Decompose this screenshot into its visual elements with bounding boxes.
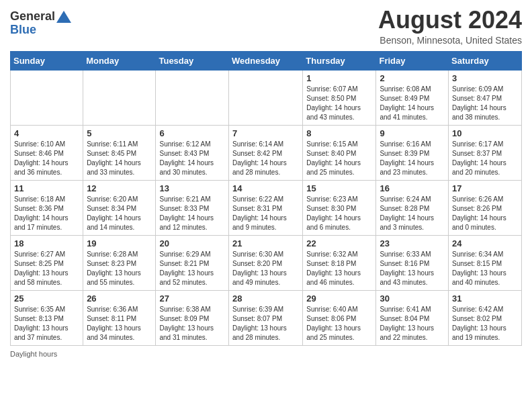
day-info: Sunrise: 6:14 AMSunset: 8:42 PMDaylight:… bbox=[232, 140, 299, 177]
day-info: Sunrise: 6:33 AMSunset: 8:16 PMDaylight:… bbox=[380, 250, 445, 287]
day-number: 11 bbox=[14, 183, 79, 193]
calendar-cell: 12Sunrise: 6:20 AMSunset: 8:34 PMDayligh… bbox=[83, 180, 156, 235]
col-header-saturday: Saturday bbox=[449, 51, 522, 70]
calendar-cell: 28Sunrise: 6:39 AMSunset: 8:07 PMDayligh… bbox=[229, 290, 303, 345]
day-number: 18 bbox=[14, 238, 79, 248]
day-info: Sunrise: 6:40 AMSunset: 8:06 PMDaylight:… bbox=[306, 305, 372, 342]
day-info: Sunrise: 6:08 AMSunset: 8:49 PMDaylight:… bbox=[380, 85, 445, 122]
calendar-cell: 22Sunrise: 6:32 AMSunset: 8:18 PMDayligh… bbox=[303, 235, 376, 290]
day-info: Sunrise: 6:23 AMSunset: 8:30 PMDaylight:… bbox=[306, 195, 372, 232]
day-number: 19 bbox=[87, 238, 152, 248]
logo-blue-text: Blue bbox=[10, 24, 36, 37]
col-header-tuesday: Tuesday bbox=[156, 51, 229, 70]
header: General Blue August 2024 Benson, Minneso… bbox=[10, 7, 522, 46]
day-info: Sunrise: 6:42 AMSunset: 8:02 PMDaylight:… bbox=[452, 305, 518, 342]
day-info: Sunrise: 6:32 AMSunset: 8:18 PMDaylight:… bbox=[306, 250, 372, 287]
calendar-cell: 20Sunrise: 6:29 AMSunset: 8:21 PMDayligh… bbox=[156, 235, 229, 290]
calendar-cell bbox=[229, 70, 303, 125]
day-number: 29 bbox=[306, 293, 372, 304]
day-info: Sunrise: 6:28 AMSunset: 8:23 PMDaylight:… bbox=[87, 250, 152, 287]
calendar-cell: 17Sunrise: 6:26 AMSunset: 8:26 PMDayligh… bbox=[449, 180, 522, 235]
calendar-cell: 6Sunrise: 6:12 AMSunset: 8:43 PMDaylight… bbox=[156, 125, 229, 180]
day-info: Sunrise: 6:35 AMSunset: 8:13 PMDaylight:… bbox=[14, 305, 79, 342]
calendar-cell bbox=[83, 70, 156, 125]
calendar-cell: 26Sunrise: 6:36 AMSunset: 8:11 PMDayligh… bbox=[83, 290, 156, 345]
day-number: 30 bbox=[380, 293, 445, 304]
day-number: 12 bbox=[87, 183, 152, 193]
calendar-cell: 4Sunrise: 6:10 AMSunset: 8:46 PMDaylight… bbox=[11, 125, 83, 180]
day-info: Sunrise: 6:26 AMSunset: 8:26 PMDaylight:… bbox=[452, 195, 518, 232]
day-number: 17 bbox=[452, 183, 518, 193]
day-number: 3 bbox=[452, 73, 518, 83]
day-number: 21 bbox=[232, 238, 299, 248]
day-info: Sunrise: 6:17 AMSunset: 8:37 PMDaylight:… bbox=[452, 140, 518, 177]
day-number: 4 bbox=[14, 128, 79, 138]
calendar-week-4: 18Sunrise: 6:27 AMSunset: 8:25 PMDayligh… bbox=[11, 235, 522, 290]
calendar-cell bbox=[156, 70, 229, 125]
day-info: Sunrise: 6:16 AMSunset: 8:39 PMDaylight:… bbox=[380, 140, 445, 177]
calendar-cell bbox=[11, 70, 83, 125]
calendar-cell: 1Sunrise: 6:07 AMSunset: 8:50 PMDaylight… bbox=[303, 70, 376, 125]
day-number: 14 bbox=[232, 183, 299, 193]
day-info: Sunrise: 6:12 AMSunset: 8:43 PMDaylight:… bbox=[159, 140, 225, 177]
calendar-week-2: 4Sunrise: 6:10 AMSunset: 8:46 PMDaylight… bbox=[11, 125, 522, 180]
calendar-cell: 16Sunrise: 6:24 AMSunset: 8:28 PMDayligh… bbox=[376, 180, 449, 235]
calendar-cell: 29Sunrise: 6:40 AMSunset: 8:06 PMDayligh… bbox=[303, 290, 376, 345]
day-number: 31 bbox=[452, 293, 518, 304]
day-info: Sunrise: 6:15 AMSunset: 8:40 PMDaylight:… bbox=[306, 140, 372, 177]
calendar-cell: 11Sunrise: 6:18 AMSunset: 8:36 PMDayligh… bbox=[11, 180, 83, 235]
day-info: Sunrise: 6:36 AMSunset: 8:11 PMDaylight:… bbox=[87, 305, 152, 342]
day-number: 13 bbox=[159, 183, 225, 193]
day-number: 6 bbox=[159, 128, 225, 138]
calendar-cell: 30Sunrise: 6:41 AMSunset: 8:04 PMDayligh… bbox=[376, 290, 449, 345]
day-number: 25 bbox=[14, 293, 79, 304]
calendar-cell: 7Sunrise: 6:14 AMSunset: 8:42 PMDaylight… bbox=[229, 125, 303, 180]
calendar-cell: 23Sunrise: 6:33 AMSunset: 8:16 PMDayligh… bbox=[376, 235, 449, 290]
calendar-cell: 3Sunrise: 6:09 AMSunset: 8:47 PMDaylight… bbox=[449, 70, 522, 125]
calendar-header-row: SundayMondayTuesdayWednesdayThursdayFrid… bbox=[11, 51, 522, 70]
day-number: 26 bbox=[87, 293, 152, 304]
col-header-thursday: Thursday bbox=[303, 51, 376, 70]
calendar-cell: 15Sunrise: 6:23 AMSunset: 8:30 PMDayligh… bbox=[303, 180, 376, 235]
calendar-week-3: 11Sunrise: 6:18 AMSunset: 8:36 PMDayligh… bbox=[11, 180, 522, 235]
day-info: Sunrise: 6:18 AMSunset: 8:36 PMDaylight:… bbox=[14, 195, 79, 232]
title-area: August 2024 Benson, Minnesota, United St… bbox=[378, 7, 522, 46]
calendar-cell: 21Sunrise: 6:30 AMSunset: 8:20 PMDayligh… bbox=[229, 235, 303, 290]
calendar-cell: 25Sunrise: 6:35 AMSunset: 8:13 PMDayligh… bbox=[11, 290, 83, 345]
day-info: Sunrise: 6:22 AMSunset: 8:31 PMDaylight:… bbox=[232, 195, 299, 232]
calendar-cell: 5Sunrise: 6:11 AMSunset: 8:45 PMDaylight… bbox=[83, 125, 156, 180]
day-info: Sunrise: 6:27 AMSunset: 8:25 PMDaylight:… bbox=[14, 250, 79, 287]
calendar-cell: 19Sunrise: 6:28 AMSunset: 8:23 PMDayligh… bbox=[83, 235, 156, 290]
svg-marker-0 bbox=[56, 11, 71, 23]
day-number: 28 bbox=[232, 293, 299, 304]
calendar-cell: 8Sunrise: 6:15 AMSunset: 8:40 PMDaylight… bbox=[303, 125, 376, 180]
calendar-cell: 18Sunrise: 6:27 AMSunset: 8:25 PMDayligh… bbox=[11, 235, 83, 290]
calendar-cell: 13Sunrise: 6:21 AMSunset: 8:33 PMDayligh… bbox=[156, 180, 229, 235]
col-header-wednesday: Wednesday bbox=[229, 51, 303, 70]
col-header-sunday: Sunday bbox=[11, 51, 83, 70]
subtitle: Benson, Minnesota, United States bbox=[378, 35, 522, 46]
day-number: 22 bbox=[306, 238, 372, 248]
day-info: Sunrise: 6:20 AMSunset: 8:34 PMDaylight:… bbox=[87, 195, 152, 232]
daylight-hours-label: Daylight hours bbox=[10, 350, 57, 358]
calendar-table: SundayMondayTuesdayWednesdayThursdayFrid… bbox=[10, 51, 522, 346]
calendar-cell: 27Sunrise: 6:38 AMSunset: 8:09 PMDayligh… bbox=[156, 290, 229, 345]
calendar-cell: 10Sunrise: 6:17 AMSunset: 8:37 PMDayligh… bbox=[449, 125, 522, 180]
day-info: Sunrise: 6:07 AMSunset: 8:50 PMDaylight:… bbox=[306, 85, 372, 122]
day-number: 7 bbox=[232, 128, 299, 138]
logo: General Blue bbox=[10, 7, 71, 37]
day-info: Sunrise: 6:24 AMSunset: 8:28 PMDaylight:… bbox=[380, 195, 445, 232]
day-info: Sunrise: 6:30 AMSunset: 8:20 PMDaylight:… bbox=[232, 250, 299, 287]
logo-general-text: General bbox=[10, 10, 55, 24]
calendar-week-1: 1Sunrise: 6:07 AMSunset: 8:50 PMDaylight… bbox=[11, 70, 522, 125]
day-number: 1 bbox=[306, 73, 372, 83]
main-title: August 2024 bbox=[378, 7, 522, 34]
col-header-friday: Friday bbox=[376, 51, 449, 70]
day-info: Sunrise: 6:38 AMSunset: 8:09 PMDaylight:… bbox=[159, 305, 225, 342]
day-number: 10 bbox=[452, 128, 518, 138]
day-number: 24 bbox=[452, 238, 518, 248]
footer-note: Daylight hours bbox=[10, 350, 522, 358]
calendar-week-5: 25Sunrise: 6:35 AMSunset: 8:13 PMDayligh… bbox=[11, 290, 522, 345]
day-number: 9 bbox=[380, 128, 445, 138]
day-number: 2 bbox=[380, 73, 445, 83]
